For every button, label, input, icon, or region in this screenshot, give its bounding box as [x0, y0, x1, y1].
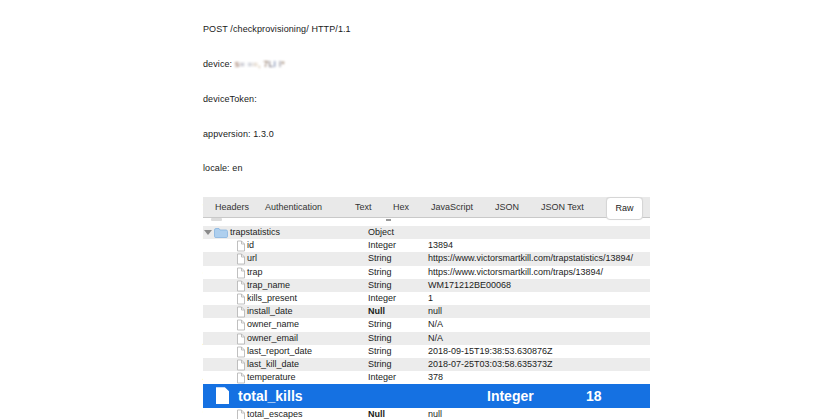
- document-icon: [236, 240, 246, 252]
- tab-json[interactable]: JSON: [495, 197, 519, 218]
- row-key: owner_email: [247, 332, 298, 345]
- row-type: String: [368, 358, 392, 371]
- row-type: Integer: [368, 292, 396, 305]
- scroll-clipped-row-sliver: [203, 218, 650, 226]
- row-key: trapstatistics: [230, 226, 280, 239]
- row-type: String: [368, 279, 392, 292]
- header-line: appversion: 1.3.0: [203, 129, 486, 141]
- response-inspector-panel: Headers Authentication Text Hex JavaScri…: [203, 197, 650, 419]
- disclosure-triangle-icon[interactable]: [204, 230, 212, 235]
- row-type: Integer: [368, 371, 396, 384]
- document-icon: [236, 253, 246, 265]
- row-key: url: [247, 252, 257, 265]
- json-tree: trapstatistics Object id Integer 13894 u…: [203, 226, 650, 419]
- row-type: Null: [368, 305, 385, 318]
- row-key: install_date: [247, 305, 293, 318]
- row-value: 378: [428, 371, 443, 384]
- redacted-value: s= ==, 7LI I*: [235, 59, 285, 69]
- row-type: String: [368, 318, 392, 331]
- document-icon: [236, 372, 246, 384]
- header-line-device: device: s= ==, 7LI I*: [203, 59, 486, 71]
- row-key: owner_name: [247, 318, 299, 331]
- header-line: locale: en: [203, 163, 486, 175]
- row-key: kills_present: [247, 292, 297, 305]
- document-icon: [236, 346, 246, 358]
- row-value: 2018-07-25T03:03:58.635373Z: [428, 358, 553, 371]
- row-key: last_kill_date: [247, 358, 299, 371]
- row-key: last_report_date: [247, 345, 312, 358]
- tree-row-total-escapes[interactable]: total_escapes Null null: [203, 408, 650, 419]
- row-value: 13894: [428, 239, 453, 252]
- row-value: N/A: [428, 332, 443, 345]
- row-value: 18: [586, 384, 602, 408]
- row-key: total_kills: [238, 384, 303, 408]
- row-type: Null: [368, 408, 385, 419]
- document-icon: [236, 293, 246, 305]
- inspector-tab-bar: Headers Authentication Text Hex JavaScri…: [203, 197, 650, 218]
- row-value: https://www.victorsmartkill.com/trapstat…: [428, 252, 633, 265]
- row-type: Object: [368, 226, 394, 239]
- tree-row-last-kill-date[interactable]: last_kill_date String 2018-07-25T03:03:5…: [203, 358, 650, 371]
- document-icon: [236, 280, 246, 292]
- tab-authentication[interactable]: Authentication: [265, 197, 322, 218]
- clipped-text-sliver: [386, 219, 391, 221]
- tab-javascript[interactable]: JavaScript: [431, 197, 473, 218]
- row-key: total_escapes: [247, 408, 303, 419]
- row-type: Integer: [368, 239, 396, 252]
- tab-json-text[interactable]: JSON Text: [541, 197, 584, 218]
- tree-row-trapstatistics[interactable]: trapstatistics Object: [203, 226, 650, 239]
- row-value: N/A: [428, 318, 443, 331]
- tree-row-last-report-date[interactable]: last_report_date String 2018-09-15T19:38…: [203, 345, 650, 358]
- tree-row-trap[interactable]: trap String https://www.victorsmartkill.…: [203, 266, 650, 279]
- document-icon: [236, 319, 246, 331]
- tab-hex[interactable]: Hex: [393, 197, 409, 218]
- row-type: Integer: [487, 384, 534, 408]
- tab-raw-selected[interactable]: Raw: [606, 197, 643, 220]
- request-line: POST /checkprovisioning/ HTTP/1.1: [203, 24, 486, 36]
- row-value: https://www.victorsmartkill.com/traps/13…: [428, 266, 603, 279]
- row-type: String: [368, 345, 392, 358]
- row-value: 1: [428, 292, 433, 305]
- row-key: temperature: [247, 371, 296, 384]
- row-type: String: [368, 252, 392, 265]
- row-value: null: [428, 305, 442, 318]
- row-type: String: [368, 266, 392, 279]
- row-key: trap: [247, 266, 263, 279]
- document-icon: [236, 359, 246, 371]
- header-line: deviceToken:: [203, 94, 486, 106]
- tree-row-kills-present[interactable]: kills_present Integer 1: [203, 292, 650, 305]
- tree-row-id[interactable]: id Integer 13894: [203, 239, 650, 252]
- row-key: trap_name: [247, 279, 290, 292]
- tree-row-install-date[interactable]: install_date Null null: [203, 305, 650, 318]
- row-key: id: [247, 239, 254, 252]
- document-icon: [236, 306, 246, 318]
- tree-row-url[interactable]: url String https://www.victorsmartkill.c…: [203, 252, 650, 265]
- document-icon: [236, 409, 246, 419]
- document-icon: [236, 267, 246, 279]
- tree-row-owner-name[interactable]: owner_name String N/A: [203, 318, 650, 331]
- row-value: WM171212BE00068: [428, 279, 511, 292]
- tree-row-owner-email[interactable]: owner_email String N/A: [203, 332, 650, 345]
- tab-headers[interactable]: Headers: [215, 197, 249, 218]
- row-type: String: [368, 332, 392, 345]
- clipped-icon-sliver: [211, 218, 222, 221]
- tab-text[interactable]: Text: [355, 197, 372, 218]
- document-icon: [236, 333, 246, 345]
- tree-row-trap-name[interactable]: trap_name String WM171212BE00068: [203, 279, 650, 292]
- header-label: device:: [203, 59, 235, 69]
- tree-row-total-kills-selected[interactable]: total_kills Integer 18: [203, 384, 650, 408]
- tree-row-temperature[interactable]: temperature Integer 378: [203, 371, 650, 384]
- document-icon: [216, 387, 229, 404]
- row-value: 2018-09-15T19:38:53.630876Z: [428, 345, 553, 358]
- row-value: null: [428, 408, 442, 419]
- folder-icon: [214, 228, 228, 238]
